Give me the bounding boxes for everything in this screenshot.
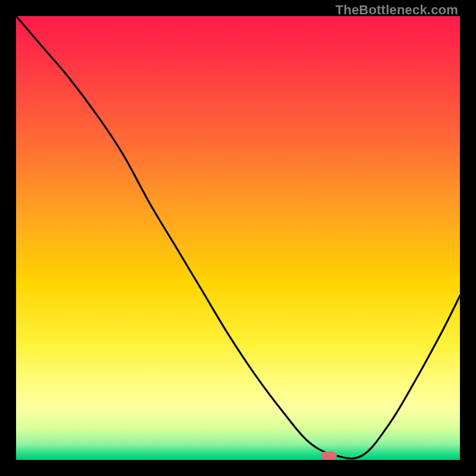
bottleneck-curve (16, 16, 460, 460)
outer-frame: TheBottleneck.com (0, 0, 476, 476)
watermark-text: TheBottleneck.com (336, 2, 458, 18)
curve-path (16, 16, 460, 459)
optimum-marker (321, 452, 337, 460)
